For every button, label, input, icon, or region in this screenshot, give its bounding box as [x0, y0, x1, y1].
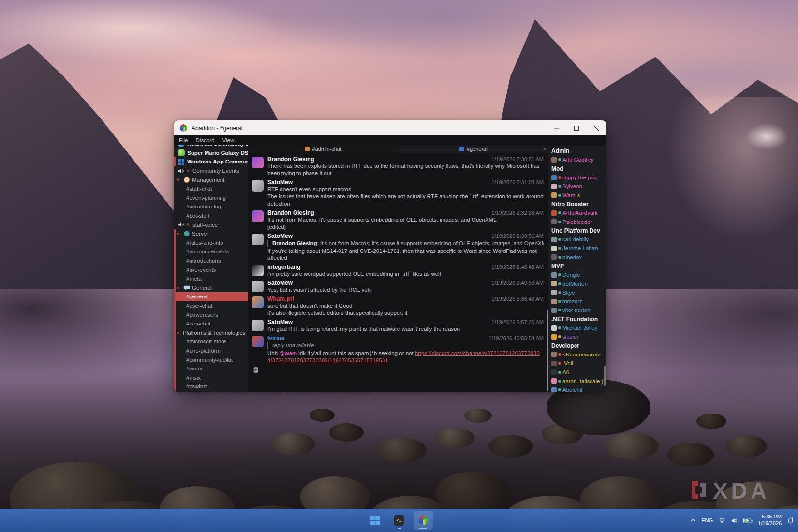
channel-item-live-events[interactable]: #live-events: [174, 265, 248, 274]
voice-channel-staff-voice[interactable]: vstaff-voice: [174, 220, 248, 229]
chat-tab-bar: #admin-chat#general×: [248, 145, 548, 153]
status-online-icon: [558, 309, 561, 311]
member-name: Dongle: [562, 272, 580, 278]
member-slozier[interactable]: slozier: [551, 332, 606, 341]
terminal-taskbar-button[interactable]: >_: [389, 511, 409, 530]
close-button[interactable]: [586, 120, 606, 135]
member-skye[interactable]: Skye: [551, 288, 606, 297]
member-a6[interactable]: A6: [551, 368, 606, 376]
tab-admin-chat[interactable]: #admin-chat: [248, 145, 399, 153]
channel-item-event-planning[interactable]: #event-planning: [174, 193, 248, 203]
member-jerome-laban[interactable]: Jerome Laban: [551, 244, 606, 252]
channel-item-user-chat[interactable]: #user-chat: [174, 301, 248, 310]
channel-item-cswinrt[interactable]: #cswinrt: [174, 382, 248, 391]
channel-item-introductions[interactable]: #introductions: [174, 256, 248, 266]
message-author[interactable]: Brandon Giesing: [267, 209, 314, 216]
attachment-icon[interactable]: [252, 365, 544, 375]
channel-item-rules-and-info[interactable]: #rules-and-info: [174, 238, 248, 248]
avatar[interactable]: [252, 180, 264, 192]
member-name: aaron_tailscale (Clie: [562, 378, 606, 384]
channel-sidebar: Re:Direct Community ServSuper Mario Gala…: [174, 145, 248, 392]
status-online-icon: [558, 388, 561, 391]
member-dotmorten[interactable]: dotMorten: [551, 279, 606, 288]
message-author[interactable]: SatoMew: [267, 280, 293, 286]
battery-charging-icon[interactable]: [743, 518, 753, 523]
server-item-super-mario-galaxy-ds[interactable]: Super Mario Galaxy DS: [174, 148, 248, 158]
member-carl-debilly[interactable]: carl.debilly: [551, 235, 606, 244]
clock[interactable]: 5:35 PM 1/19/2026: [758, 514, 782, 527]
tab-close-icon[interactable]: ×: [543, 145, 546, 153]
message-link[interactable]: https://discord.com/channels/37213781203…: [267, 350, 540, 363]
voice-channel-community-events[interactable]: vCommunity Events: [174, 166, 248, 176]
member-tomzorz[interactable]: tomzorz: [551, 297, 606, 306]
member-list-scrollbar[interactable]: [604, 366, 606, 386]
message-author[interactable]: SatoMew: [267, 179, 293, 186]
avatar[interactable]: [252, 296, 264, 308]
message-author[interactable]: Ivirius: [267, 335, 284, 341]
avatar[interactable]: [252, 320, 264, 331]
user-mention[interactable]: @wam: [279, 350, 297, 356]
channel-item-winui[interactable]: #winui: [174, 364, 248, 373]
member-dongle[interactable]: Dongle: [551, 270, 606, 279]
channel-item-announcements[interactable]: #announcements: [174, 247, 248, 256]
language-indicator[interactable]: ENG: [701, 517, 713, 523]
member-palebleeder[interactable]: Palebleeder: [551, 217, 606, 226]
server-item-windows-app-community[interactable]: Windows App Community: [174, 157, 248, 166]
member-kr-uterware[interactable]: <Kräuterware/>: [551, 350, 606, 359]
member-aaron-tailscale-clie[interactable]: aaron_tailscale (Clie: [551, 377, 606, 385]
message-author[interactable]: Brandon Giesing: [267, 156, 314, 163]
message-text: [edited]: [267, 223, 544, 231]
member-michael-jolley[interactable]: Michael Jolley: [551, 324, 606, 332]
menu-file[interactable]: File: [179, 137, 188, 143]
avatar[interactable]: [252, 265, 264, 276]
server-item-re-direct-community-serv[interactable]: Re:Direct Community Serv: [174, 145, 248, 148]
message-author[interactable]: integerbang: [267, 264, 301, 270]
avatar[interactable]: [252, 281, 264, 292]
menu-discord[interactable]: Discord: [196, 137, 215, 143]
member-pinedax[interactable]: pinedax: [551, 253, 606, 262]
avatar[interactable]: [252, 234, 264, 245]
avatar[interactable]: [252, 336, 264, 347]
tab-general[interactable]: #general: [399, 145, 549, 153]
channel-item-staff-chat[interactable]: #staff-chat: [174, 184, 248, 193]
notification-bell-icon[interactable]: [787, 517, 794, 524]
start-button[interactable]: [365, 511, 384, 530]
minimize-button[interactable]: [547, 120, 566, 135]
member-vitor-norton[interactable]: vitor norton: [551, 306, 606, 314]
tray-chevron-up-icon[interactable]: [690, 517, 696, 523]
member-artfulaardvark[interactable]: ArtfulAardvark: [551, 208, 606, 217]
menu-view[interactable]: View: [222, 137, 235, 143]
message-author[interactable]: Wham.pri: [267, 296, 294, 302]
sidebar-item-label: Windows App Community: [187, 159, 248, 164]
member-clippy-the-pog[interactable]: clippy the pog: [551, 173, 606, 182]
channel-item-powerusers[interactable]: #powerusers: [174, 310, 248, 319]
member-voli[interactable]: .Voli: [551, 359, 606, 368]
channel-item-community-toolkit[interactable]: #community-toolkit: [174, 355, 248, 364]
channel-item-bot-stuff[interactable]: #bot-stuff: [174, 211, 248, 221]
member-abolohit[interactable]: Abolohit: [551, 385, 606, 392]
category-general[interactable]: vGeneral: [174, 283, 248, 293]
category-platforms-technologies[interactable]: vPlatforms & Technologies: [174, 328, 248, 337]
channel-item-uno-platform[interactable]: #uno-platform: [174, 346, 248, 355]
avatar[interactable]: [252, 210, 264, 222]
category-management[interactable]: vManagement: [174, 175, 248, 184]
member-sylveon[interactable]: Sylveon: [551, 182, 606, 191]
maximize-button[interactable]: [566, 120, 586, 135]
category-server[interactable]: vServer: [174, 229, 248, 238]
channel-item-msix[interactable]: #msix: [174, 373, 248, 382]
avatar[interactable]: [252, 157, 264, 168]
member-arlo-godfrey[interactable]: Arlo Godfrey: [551, 155, 606, 164]
titlebar[interactable]: Abaddon - #general: [174, 120, 606, 135]
channel-item-microsoft-store[interactable]: #microsoft-store: [174, 337, 248, 346]
abaddon-taskbar-button[interactable]: [414, 511, 433, 530]
channel-item-infraction-log[interactable]: #infraction-log: [174, 202, 248, 211]
volume-icon[interactable]: [731, 517, 738, 524]
channel-item-dev-chat[interactable]: #dev-chat: [174, 319, 248, 328]
message-author[interactable]: SatoMew: [267, 319, 293, 325]
message-author[interactable]: SatoMew: [267, 233, 293, 239]
channel-item-general[interactable]: #general: [174, 292, 248, 301]
speaker-icon: [177, 221, 185, 228]
wifi-icon[interactable]: [718, 517, 725, 524]
member-wam[interactable]: Wam★: [551, 191, 606, 199]
channel-item-meta[interactable]: #meta: [174, 274, 248, 283]
